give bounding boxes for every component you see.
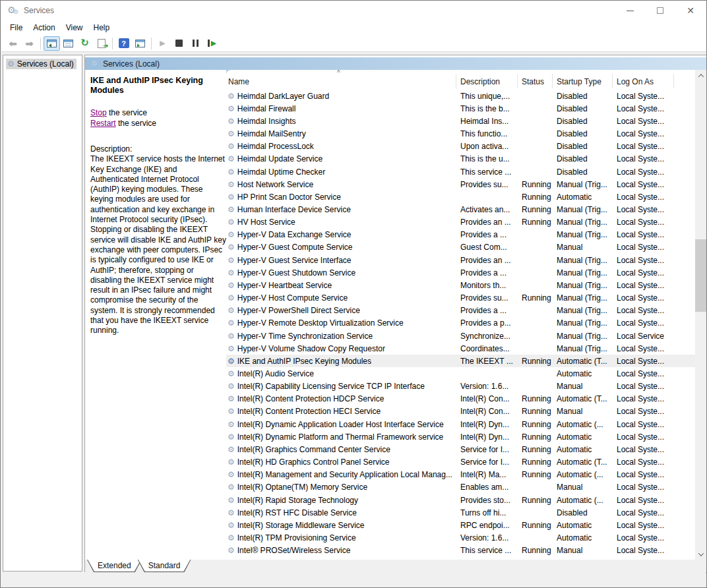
minimize-button[interactable]: [615, 1, 645, 20]
cell-name: Hyper-V Host Compute Service: [226, 293, 456, 303]
table-row[interactable]: Intel(R) Content Protection HDCP Service…: [226, 393, 695, 405]
properties-icon: [63, 40, 73, 47]
service-gear-icon: [228, 256, 235, 264]
column-divider[interactable]: [612, 74, 613, 88]
export-list-button[interactable]: ➜: [93, 36, 109, 51]
forward-button[interactable]: ➡: [21, 36, 38, 51]
cell-name: Heimdal Insights: [226, 117, 456, 126]
table-row[interactable]: Hyper-V Guest Service InterfaceProvides …: [226, 254, 695, 266]
table-row[interactable]: Hyper-V Guest Compute ServiceGuest Com..…: [226, 241, 695, 254]
refresh-button[interactable]: ↻: [77, 36, 93, 51]
show-action-pane-button[interactable]: [132, 36, 148, 51]
table-row[interactable]: Intel(R) Rapid Storage TechnologyProvide…: [226, 494, 695, 506]
table-row[interactable]: Intel® PROSet/Wireless ServiceThis servi…: [226, 544, 695, 557]
scroll-up-button[interactable]: [695, 70, 706, 81]
stop-service-button[interactable]: [171, 36, 187, 51]
table-row[interactable]: Human Interface Device ServiceActivates …: [226, 203, 695, 216]
menu-help[interactable]: Help: [88, 22, 115, 34]
table-row[interactable]: Intel(R) Dynamic Application Loader Host…: [226, 418, 695, 430]
cell-startup: Manual (Trig...: [552, 281, 612, 290]
cell-desc: Turns off hi...: [456, 508, 517, 517]
table-row[interactable]: Intel(R) Capability Licensing Service TC…: [226, 380, 695, 393]
table-row[interactable]: Intel(R) Management and Security Applica…: [226, 469, 695, 481]
cell-startup: Automatic (...: [552, 420, 612, 429]
menu-view[interactable]: View: [61, 22, 88, 34]
table-row[interactable]: Heimdal ProcessLockUpon activa...Disable…: [226, 140, 695, 153]
cell-logon: Local Syste...: [612, 369, 673, 378]
table-row[interactable]: Hyper-V Guest Shutdown ServiceProvides a…: [226, 266, 695, 279]
tab-extended[interactable]: Extended: [87, 560, 142, 572]
column-divider[interactable]: [517, 74, 518, 88]
table-row[interactable]: Intel(R) Audio ServiceAutomaticLocal Sys…: [226, 367, 695, 380]
cell-startup: Automatic: [552, 445, 612, 454]
table-row[interactable]: Heimdal MailSentryThis functio...Disable…: [226, 127, 695, 140]
main-pane: Services (Local) IKE and AuthIP IPsec Ke…: [84, 55, 707, 573]
start-service-button[interactable]: ▶: [154, 36, 171, 51]
tab-standard[interactable]: Standard: [138, 560, 191, 572]
table-row[interactable]: Intel(R) TPM Provisioning ServiceVersion…: [226, 531, 695, 544]
column-divider[interactable]: [552, 74, 553, 88]
maximize-button[interactable]: [645, 1, 675, 20]
help-button[interactable]: ?: [115, 36, 132, 51]
restart-service-button[interactable]: ▶: [204, 36, 220, 51]
table-row[interactable]: HV Host ServiceProvides an ...RunningMan…: [226, 216, 695, 229]
table-row[interactable]: Intel(R) Optane(TM) Memory ServiceEnable…: [226, 481, 695, 494]
table-row[interactable]: Intel(R) Content Protection HECI Service…: [226, 405, 695, 418]
tree-item-services-local[interactable]: Services (Local): [6, 59, 77, 69]
table-row[interactable]: Hyper-V Host Compute ServiceProvides su.…: [226, 292, 695, 305]
table-row[interactable]: Hyper-V Volume Shadow Copy RequestorCoor…: [226, 342, 695, 355]
column-divider[interactable]: [456, 74, 456, 88]
column-header-description[interactable]: Description: [460, 77, 500, 86]
table-row[interactable]: IKE and AuthIP IPsec Keying ModulesThe I…: [226, 355, 695, 367]
table-row[interactable]: Intel(R) Graphics Command Center Service…: [226, 443, 695, 456]
cell-desc: Service for I...: [456, 445, 517, 454]
services-list-body: Heimdal DarkLayer GuardThis unique,...Di…: [226, 90, 695, 560]
column-header-log-on-as[interactable]: Log On As: [617, 77, 654, 86]
table-row[interactable]: HP Print Scan Doctor ServiceRunningAutom…: [226, 191, 695, 203]
column-header-startup-type[interactable]: Startup Type: [557, 77, 601, 86]
table-row[interactable]: Hyper-V PowerShell Direct ServiceProvide…: [226, 305, 695, 317]
pause-service-button[interactable]: [187, 36, 204, 51]
table-row[interactable]: Intel(R) RST HFC Disable ServiceTurns of…: [226, 506, 695, 519]
vertical-scrollbar[interactable]: [695, 70, 706, 560]
cell-desc: Provides a p...: [456, 318, 517, 328]
cell-desc: This is the u...: [456, 154, 517, 163]
restart-service-link[interactable]: Restart: [90, 119, 116, 128]
properties-button[interactable]: [60, 36, 77, 51]
cell-name: Host Network Service: [226, 180, 456, 189]
table-row[interactable]: Heimdal FirewallThis is the b...Disabled…: [226, 102, 695, 115]
cell-logon: Local Syste...: [612, 445, 673, 454]
cell-desc: Provides su...: [456, 180, 517, 189]
table-row[interactable]: Hyper-V Heartbeat ServiceMonitors th...M…: [226, 279, 695, 291]
table-row[interactable]: Hyper-V Time Synchronization ServiceSync…: [226, 330, 695, 342]
scrollbar-thumb[interactable]: [695, 239, 706, 312]
cell-startup: Automatic (...: [552, 470, 612, 479]
table-row[interactable]: Host Network ServiceProvides su...Runnin…: [226, 178, 695, 191]
close-button[interactable]: ✕: [675, 1, 706, 20]
toolbar-separator: [40, 38, 41, 49]
cell-status: Running: [517, 521, 552, 530]
scroll-down-button[interactable]: [695, 548, 706, 560]
table-row[interactable]: Hyper-V Remote Desktop Virtualization Se…: [226, 317, 695, 330]
column-header-name[interactable]: Name: [228, 77, 249, 86]
menu-file[interactable]: File: [5, 22, 28, 34]
cell-logon: Local Syste...: [612, 546, 673, 555]
menu-action[interactable]: Action: [28, 22, 60, 34]
table-row[interactable]: Heimdal InsightsHeimdal Ins...DisabledLo…: [226, 115, 695, 127]
table-row[interactable]: Heimdal Update ServiceThis is the u...Di…: [226, 153, 695, 165]
column-divider[interactable]: [673, 74, 674, 88]
table-row[interactable]: Intel(R) Storage Middleware ServiceRPC e…: [226, 519, 695, 531]
table-row[interactable]: Heimdal Uptime CheckerThis service ...Di…: [226, 165, 695, 178]
service-gear-icon: [228, 534, 235, 542]
table-row[interactable]: Heimdal DarkLayer GuardThis unique,...Di…: [226, 90, 695, 102]
show-console-tree-button[interactable]: [44, 36, 60, 51]
column-header-status[interactable]: Status: [522, 77, 544, 86]
service-gear-icon: [228, 105, 235, 113]
title-bar[interactable]: ⚙⚙ Services ✕: [1, 1, 706, 20]
back-button[interactable]: ⬅: [5, 36, 21, 51]
stop-service-link[interactable]: Stop: [90, 108, 107, 117]
table-row[interactable]: Hyper-V Data Exchange ServiceProvides a …: [226, 229, 695, 241]
action-pane-icon: [135, 40, 145, 47]
table-row[interactable]: Intel(R) HD Graphics Control Panel Servi…: [226, 456, 695, 469]
table-row[interactable]: Intel(R) Dynamic Platform and Thermal Fr…: [226, 430, 695, 443]
